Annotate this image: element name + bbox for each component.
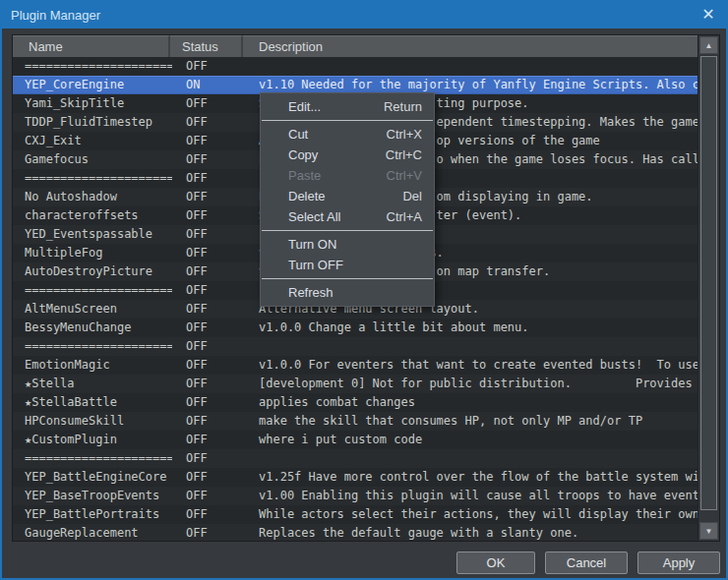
- table-row[interactable]: =====================···OFF: [13, 337, 698, 356]
- table-row[interactable]: HPConsumeSkillOFFmake the skill that con…: [13, 412, 698, 431]
- table-row[interactable]: YEP_BaseTroopEventsOFFv1.00 Enabling thi…: [13, 487, 698, 505]
- plugin-name: =====================···: [13, 281, 172, 300]
- table-row[interactable]: =====================···OFF: [13, 57, 698, 76]
- menu-item-delete[interactable]: DeleteDel: [261, 186, 434, 206]
- menu-item-turn-off[interactable]: Turn OFF: [261, 255, 434, 275]
- plugin-description: Replaces the default gauge with a slanty…: [249, 524, 698, 541]
- plugin-description: v1.25f Have more control over the flow o…: [249, 468, 698, 487]
- column-header-status[interactable]: Status: [170, 35, 243, 57]
- plugin-status: OFF: [172, 356, 249, 375]
- menu-item-label: Cut: [288, 124, 308, 145]
- plugin-status: OFF: [172, 132, 249, 150]
- plugin-status: OFF: [172, 300, 249, 319]
- plugin-name: YEP_CoreEngine: [13, 77, 172, 93]
- plugin-name: ★StellaBattle: [13, 393, 172, 412]
- menu-item-copy[interactable]: CopyCtrl+C: [261, 145, 434, 165]
- plugin-name: YEP_BaseTroopEvents: [13, 487, 172, 505]
- apply-button[interactable]: Apply: [637, 551, 720, 574]
- plugin-status: OFF: [172, 319, 249, 337]
- table-row[interactable]: YEP_BattleEngineCoreOFFv1.25f Have more …: [13, 468, 698, 487]
- plugin-name: =====================···: [13, 337, 172, 356]
- menu-item-refresh[interactable]: Refresh: [261, 282, 434, 303]
- plugin-description: v1.0.0 Change a little bit about menu.: [249, 319, 698, 337]
- table-row[interactable]: =====================···OFF: [13, 449, 698, 468]
- menu-separator: [262, 230, 433, 231]
- plugin-description: make the skill that consumes HP, not onl…: [249, 412, 698, 431]
- menu-item-shortcut: Ctrl+A: [387, 206, 422, 227]
- plugin-name: EmotionMagic: [13, 356, 172, 375]
- table-row[interactable]: BessyMenuChangeOFFv1.0.0 Change a little…: [13, 319, 698, 337]
- plugin-description: [249, 449, 698, 468]
- plugin-name: ★Stella: [13, 375, 172, 393]
- scroll-up-icon[interactable]: ▲: [699, 36, 718, 54]
- plugin-status: OFF: [172, 57, 249, 76]
- window-title: Plugin Manager: [2, 8, 100, 23]
- plugin-status: OFF: [172, 225, 249, 244]
- plugin-status: ON: [172, 77, 249, 93]
- menu-item-edit[interactable]: Edit...Return: [261, 96, 434, 117]
- table-row[interactable]: ★StellaOFF[development 0] Not for public…: [13, 375, 698, 393]
- vertical-scrollbar[interactable]: ▲ ▼: [698, 35, 719, 541]
- plugin-name: HPConsumeSkill: [13, 412, 172, 431]
- plugin-status: OFF: [172, 169, 249, 188]
- plugin-description: [249, 337, 698, 356]
- menu-item-shortcut: Return: [384, 96, 422, 117]
- plugin-name: BessyMenuChange: [13, 319, 172, 337]
- menu-item-select-all[interactable]: Select AllCtrl+A: [261, 206, 434, 227]
- plugin-description: [development 0] Not for public distribut…: [249, 375, 698, 393]
- plugin-name: characteroffsets: [13, 206, 172, 225]
- plugin-name: Gamefocus: [13, 150, 172, 169]
- menu-item-shortcut: Ctrl+V: [387, 165, 422, 186]
- plugin-status: OFF: [172, 206, 249, 225]
- plugin-name: MultipleFog: [13, 244, 172, 262]
- table-row[interactable]: YEP_BattlePortraitsOFFWhile actors selec…: [13, 505, 698, 524]
- menu-item-shortcut: Ctrl+X: [387, 124, 422, 145]
- table-row[interactable]: GaugeReplacementOFFReplaces the default …: [13, 524, 698, 541]
- column-header-name[interactable]: Name: [13, 35, 170, 57]
- plugin-description: v1.0.0 For eventers that want to create …: [249, 356, 698, 375]
- table-header: Name Status Description: [13, 35, 698, 58]
- plugin-name: AutoDestroyPicture: [13, 262, 172, 281]
- plugin-name: YEP_BattleEngineCore: [13, 468, 172, 487]
- column-header-description[interactable]: Description: [243, 35, 698, 57]
- ok-button[interactable]: OK: [456, 551, 535, 574]
- menu-item-cut[interactable]: CutCtrl+X: [261, 124, 434, 145]
- plugin-status: OFF: [172, 113, 249, 132]
- plugin-description: [249, 57, 698, 76]
- plugin-status: OFF: [172, 468, 249, 487]
- menu-item-label: Delete: [288, 186, 326, 206]
- plugin-description: While actors select their actions, they …: [249, 505, 698, 524]
- plugin-description: v1.10 Needed for the majority of Yanfly …: [249, 77, 698, 93]
- plugin-status: OFF: [172, 375, 249, 393]
- plugin-status: OFF: [172, 393, 249, 412]
- plugin-name: YEP_BattlePortraits: [13, 505, 172, 524]
- cancel-button[interactable]: Cancel: [545, 551, 628, 574]
- menu-separator: [262, 120, 433, 121]
- menu-item-label: Paste: [288, 165, 321, 186]
- plugin-name: No Autoshadow: [13, 188, 172, 206]
- menu-item-label: Select All: [288, 206, 340, 227]
- table-row[interactable]: ★StellaBattleOFFapplies combat changes: [13, 393, 698, 412]
- menu-item-shortcut: Del: [402, 186, 422, 206]
- plugin-status: OFF: [172, 524, 249, 541]
- plugin-status: OFF: [172, 449, 249, 468]
- plugin-status: OFF: [172, 262, 249, 281]
- menu-item-label: Refresh: [288, 282, 334, 303]
- menu-item-label: Edit...: [288, 96, 321, 117]
- plugin-status: OFF: [172, 244, 249, 262]
- plugin-name: =====================···: [13, 449, 172, 468]
- table-row[interactable]: EmotionMagicOFFv1.0.0 For eventers that …: [13, 356, 698, 375]
- plugin-name: AltMenuScreen: [13, 300, 172, 319]
- plugin-description: v1.00 Enabling this plugin will cause al…: [249, 487, 698, 505]
- close-icon[interactable]: ✕: [697, 4, 720, 26]
- plugin-status: OFF: [172, 412, 249, 431]
- table-row[interactable]: ★CustomPluginOFFwhere i put custom code: [13, 431, 698, 449]
- scroll-down-icon[interactable]: ▼: [699, 522, 718, 540]
- menu-item-label: Copy: [288, 145, 318, 165]
- menu-item-label: Turn ON: [288, 234, 336, 255]
- menu-item-turn-on[interactable]: Turn ON: [261, 234, 434, 255]
- scrollbar-thumb[interactable]: [700, 56, 717, 510]
- plugin-status: OFF: [172, 337, 249, 356]
- plugin-status: OFF: [172, 281, 249, 300]
- titlebar[interactable]: Plugin Manager ✕: [2, 2, 726, 29]
